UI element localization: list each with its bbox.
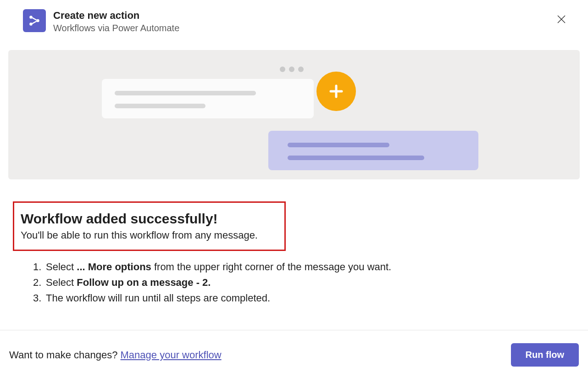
dialog-header: Create new action Workflows via Power Au… [0,0,588,42]
close-button[interactable] [556,14,567,25]
success-title: Workflow added successfully! [21,211,258,227]
svg-point-2 [36,19,39,22]
dialog-content: Workflow added successfully! You'll be a… [0,179,588,306]
illustration-banner [8,50,580,179]
plus-badge-icon [316,72,356,111]
close-icon [556,14,566,24]
svg-point-1 [29,22,33,26]
step-3: 3. The workflow will run until all steps… [33,290,580,306]
manage-workflow-link[interactable]: Manage your workflow [121,349,222,361]
dialog-title: Create new action [53,9,179,22]
steps-list: 1. Select ... More options from the uppe… [13,259,580,306]
step-1: 1. Select ... More options from the uppe… [33,259,580,275]
illustration-card-incoming [102,79,314,118]
workflow-app-icon [23,9,46,32]
run-flow-button[interactable]: Run flow [511,343,579,367]
decorative-dots [280,67,304,72]
illustration-card-reply [268,131,478,170]
footer-text: Want to make changes? Manage your workfl… [9,349,222,361]
success-subtitle: You'll be able to run this workflow from… [21,229,258,241]
dialog-footer: Want to make changes? Manage your workfl… [0,330,588,367]
success-highlight-box: Workflow added successfully! You'll be a… [13,201,286,251]
step-2: 2. Select Follow up on a message - 2. [33,275,580,290]
svg-point-0 [29,16,33,19]
dialog-subtitle: Workflows via Power Automate [53,23,179,33]
